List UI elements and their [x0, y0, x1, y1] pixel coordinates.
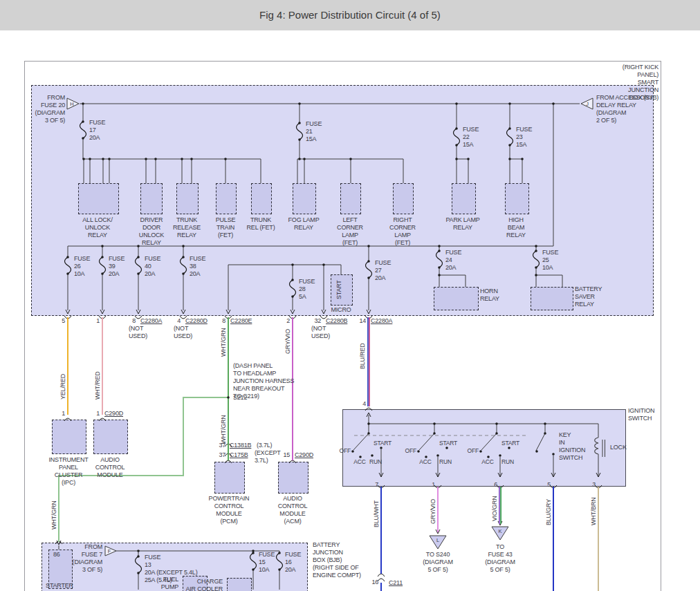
sw3-run: RUN: [501, 459, 514, 465]
fuse-27-label: FUSE 27 20A: [375, 259, 391, 282]
conn-c2280a-1: C2280A: [140, 317, 162, 325]
wire-label-gry-vio-1: GRY/VIO: [284, 329, 291, 354]
acm-pin: 1: [96, 410, 100, 418]
conn-c2280e: C2280E: [230, 317, 252, 325]
ignition-pin-4: 4: [362, 400, 366, 408]
pcm-label: POWERTRAIN CONTROL MODULE (PCM): [209, 495, 250, 525]
park-lamp-relay-label: PARK LAMP RELAY: [445, 216, 479, 232]
high-beam-relay-label: HIGH BEAM RELAY: [506, 216, 526, 239]
fuse-25-label: FUSE 25 10A: [542, 249, 558, 272]
wire-label-wht-grn-1: WHT/GRN: [220, 328, 227, 357]
fuse-15-label: FUSE 15 10A: [259, 551, 275, 574]
lock-label: LOCK: [610, 444, 627, 451]
pcm-note-except: (EXCEPT 3.7L): [255, 449, 281, 465]
pcm-pin-a: 37: [219, 442, 225, 449]
left-corner-lamp-label: LEFT CORNER LAMP (FET): [337, 216, 363, 247]
not-used-1: (NOT USED): [129, 325, 147, 340]
fuse-16-label: FUSE 16 20A: [285, 551, 301, 574]
triangle-l-letter: L: [436, 537, 439, 543]
ipc-label: INSTRUMENT PANEL CLUSTER (IPC): [49, 456, 89, 487]
conn-c2280a-2: C2280A: [371, 317, 392, 325]
key-in-ignition-label: KEY IN IGNITION SWITCH: [559, 431, 585, 462]
pin-14: 14: [359, 317, 366, 325]
pin-1: 1: [96, 317, 100, 325]
pin-8a: 8: [132, 317, 136, 325]
sw3-off: OFF: [468, 448, 479, 454]
pin-32: 32: [314, 317, 321, 325]
start-micro-start-label: START: [335, 280, 342, 299]
all-lock-unlock-relay-label: ALL LOCK/ UNLOCK RELAY: [82, 216, 112, 239]
conn-c2280b: C2280B: [326, 317, 347, 325]
sw1-start: START: [374, 440, 392, 447]
fuse-38-label: FUSE 38 20A: [190, 255, 205, 278]
ignition-pin-7: 7: [375, 481, 378, 489]
fuse-22-label: FUSE 22 15A: [463, 126, 479, 149]
sjb-circuit-lines: [68, 104, 580, 310]
triangle-h-letter: H: [70, 101, 73, 107]
pcm-note-37l: (3.7L): [257, 442, 272, 449]
starter-label: STARTER: [46, 582, 73, 590]
driver-door-unlock-relay-label: DRIVER DOOR UNLOCK RELAY: [139, 216, 164, 247]
pin-5: 5: [62, 317, 65, 325]
triangle-k-letter: K: [498, 528, 501, 534]
wire-label-wht-brn: WHT/BRN: [590, 497, 597, 525]
triangle-j-letter: J: [586, 101, 589, 107]
fuel-pump-label: FUEL PUMP: [161, 576, 178, 591]
pin-8e: 8: [222, 317, 225, 325]
trunk-release-relay-label: TRUNK RELEASE RELAY: [173, 216, 201, 239]
wire-label-wht-grn-3: WHT/GRN: [50, 500, 57, 529]
ignition-switch-label: IGNITION SWITCH: [628, 407, 654, 422]
sw2-off: OFF: [405, 448, 416, 454]
fuse-21-label: FUSE 21 15A: [306, 120, 322, 143]
wire-label-blu-red: BLU/RED: [359, 343, 366, 369]
sw1-acc: ACC: [353, 459, 365, 465]
sw3-start: START: [501, 440, 519, 447]
arrowheads: [57, 310, 600, 545]
from-fuse7-label: FROM FUSE 7 (DIAGRAM 3 OF 5): [73, 543, 102, 574]
from-accessory-relay-label: FROM ACCESSORY DELAY RELAY (DIAGRAM 2 OF…: [596, 94, 653, 124]
fog-lamp-relay-label: FOG LAMP RELAY: [288, 216, 320, 232]
sw1-off: OFF: [340, 448, 351, 454]
audio-control-module-label: AUDIO CONTROL MODULE: [95, 456, 125, 479]
sw2-run: RUN: [439, 459, 452, 465]
fuse-17-label: FUSE 17 20A: [89, 119, 105, 142]
wire-label-wht-red: WHT/RED: [94, 371, 101, 400]
ipc-pin: 1: [62, 410, 65, 418]
acm2-conn-c290d: C290D: [295, 451, 313, 459]
lock-coil: [595, 438, 598, 454]
fuse-23-label: FUSE 23 15A: [516, 126, 532, 149]
pin-4d: 4: [177, 317, 181, 325]
sw1-run: RUN: [369, 459, 382, 465]
pulse-train-fet-label: PULSE TRAIN (FET): [216, 216, 236, 239]
sw2-start: START: [439, 440, 457, 447]
not-used-3: (NOT USED): [311, 325, 330, 340]
bjb-label: BATTERY JUNCTION BOX (BJB) (RIGHT SIDE O…: [313, 541, 361, 579]
triangle-f-letter: F: [108, 548, 111, 554]
wiring-diagram-page: Fig 4: Power Distribution Circuit (4 of …: [0, 0, 700, 591]
to-s240-label: TO S240 (DIAGRAM 5 OF 5): [423, 551, 452, 574]
pin-2: 2: [286, 317, 290, 325]
sw3-acc: ACC: [481, 459, 493, 465]
right-corner-lamp-label: RIGHT CORNER LAMP (FET): [389, 216, 416, 247]
pcm-conn-c1381b: C1381B: [230, 442, 251, 449]
ignition-pin-1: 1: [432, 481, 435, 489]
battery-saver-relay-label: BATTERY SAVER RELAY: [575, 285, 602, 308]
ignition-pin-6: 6: [494, 481, 497, 489]
c211-pin-16: 16: [371, 579, 378, 586]
acm2-label: AUDIO CONTROL MODULE (ACM): [278, 495, 308, 525]
not-used-2: (NOT USED): [174, 325, 192, 340]
wire-label-yel-red: YEL/RED: [59, 374, 66, 400]
conn-c2280d: C2280D: [185, 317, 208, 325]
fuse-24-label: FUSE 24 20A: [445, 249, 461, 272]
ignition-pin-5: 5: [547, 481, 551, 489]
wire-label-blu-wht: BLU/WHT: [373, 500, 380, 527]
wire-label-gry-vio-2: GRY/VIO: [430, 499, 436, 524]
fuse-39-label: FUSE 39 20A: [109, 255, 125, 278]
pcm-pin-b: 37: [219, 451, 225, 459]
sw2-acc: ACC: [419, 459, 431, 465]
wire-label-wht-grn-2: WHT/GRN: [220, 415, 227, 444]
start-micro-micro-label: MICRO: [331, 306, 351, 314]
fuse-28-label: FUSE 28 5A: [299, 278, 315, 301]
conn-c211: C211: [389, 579, 403, 587]
wire-label-vio-grn: VIO/GRN: [491, 496, 498, 521]
